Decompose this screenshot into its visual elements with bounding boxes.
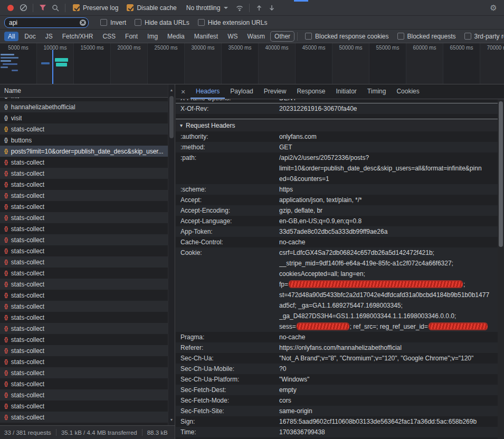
third-party-requests-checkbox[interactable]: 3rd-party requests — [464, 33, 504, 40]
request-row[interactable]: {}stats-collect — [0, 268, 168, 279]
request-row[interactable]: {}stats-collect — [0, 400, 168, 412]
filter-pill-doc[interactable]: Doc — [21, 32, 39, 41]
tab-timing[interactable]: Timing — [362, 84, 392, 99]
header-value-line: fp=; — [279, 279, 498, 290]
waterfall-bar — [3, 63, 17, 65]
tab-payload[interactable]: Payload — [225, 84, 258, 99]
tab-initiator[interactable]: Initiator — [330, 84, 362, 99]
request-row[interactable]: {}stats-collect — [0, 201, 168, 212]
request-row[interactable]: {}stats-collect — [0, 323, 168, 334]
request-row[interactable]: {}stats-collect — [0, 256, 168, 268]
request-row[interactable]: {}stats-collect — [0, 168, 168, 179]
request-headers-section[interactable]: ▾Request Headers — [176, 119, 498, 131]
scroll-up-icon[interactable]: ▲ — [168, 88, 175, 92]
filter-pill-other[interactable]: Other — [271, 32, 294, 41]
header-value-line: same-origin — [279, 406, 498, 416]
invert-checkbox[interactable]: Invert — [100, 19, 126, 26]
throttling-value: No throttling — [186, 4, 221, 12]
tab-cookies[interactable]: Cookies — [391, 84, 424, 99]
blocked-response-cookies-checkbox[interactable]: Blocked response cookies — [305, 33, 388, 40]
request-row[interactable]: {}stats-collect — [0, 345, 168, 356]
tab-headers[interactable]: Headers — [191, 84, 225, 99]
name-column-label: Name — [4, 87, 21, 94]
filter-pill-all[interactable]: All — [4, 32, 18, 41]
request-row[interactable]: {}visit — [0, 112, 168, 123]
hide-extension-urls-checkbox[interactable]: Hide extension URLs — [198, 19, 268, 26]
clear-network-log-button[interactable] — [17, 2, 30, 14]
request-name: stats-collect — [11, 392, 44, 399]
filter-pill-fetch-xhr[interactable]: Fetch/XHR — [59, 32, 97, 41]
request-row[interactable]: {}stats-collect — [0, 179, 168, 190]
request-row[interactable]: {}stats-collect — [0, 312, 168, 323]
scroll-down-icon[interactable]: ▼ — [168, 418, 175, 422]
settings-button[interactable]: ⚙ — [487, 2, 500, 14]
filter-pill-css[interactable]: CSS — [99, 32, 119, 41]
name-column-header[interactable]: Name — [0, 84, 175, 98]
filter-pill-ws[interactable]: WS — [224, 32, 241, 41]
request-row[interactable]: {}stats-collect — [0, 367, 168, 378]
request-row[interactable]: {}buttons — [0, 135, 168, 146]
header-value-text: sess= — [279, 323, 296, 330]
request-row[interactable]: {}stats-collect — [0, 301, 168, 312]
filter-button[interactable] — [36, 2, 49, 14]
import-har-button[interactable] — [253, 2, 265, 14]
request-row[interactable]: {}hannahelizabethofficial — [0, 101, 168, 112]
hide-data-urls-checkbox[interactable]: Hide data URLs — [135, 19, 189, 26]
upload-arrow-icon — [255, 4, 263, 12]
header-row: :path:/api2/v2/users/20572336/posts?limi… — [176, 152, 498, 184]
network-conditions-button[interactable] — [233, 2, 246, 14]
filter-input[interactable] — [4, 17, 89, 28]
disable-cache-checkbox[interactable]: Disable cache — [127, 4, 176, 12]
request-row[interactable]: {}stats-collect — [0, 356, 168, 367]
tab-preview[interactable]: Preview — [259, 84, 292, 99]
request-row[interactable]: {}stats-collect — [0, 412, 168, 423]
chevron-down-icon — [224, 7, 228, 9]
filter-pill-wasm[interactable]: Wasm — [244, 32, 269, 41]
scrollbar-thumb[interactable] — [499, 101, 503, 247]
header-value-line: en-GB,en-US;q=0.9,en;q=0.8 — [279, 216, 498, 226]
request-row[interactable]: {}stats-collect — [0, 334, 168, 345]
request-list: {}init{}hannahelizabethofficial{}visit{}… — [0, 98, 168, 425]
request-row[interactable]: {}init — [0, 98, 168, 101]
request-name: stats-collect — [11, 270, 44, 277]
request-row[interactable]: {}stats-collect — [0, 223, 168, 234]
filter-pill-media[interactable]: Media — [164, 32, 188, 41]
record-button[interactable] — [4, 2, 17, 14]
script-icon: {} — [4, 392, 7, 398]
request-row[interactable]: {}stats-collect — [0, 234, 168, 245]
search-button[interactable] — [49, 2, 62, 14]
header-row: Cache-Control:no-cache — [176, 237, 498, 247]
filter-pill-img[interactable]: Img — [144, 32, 161, 41]
request-row[interactable]: {}stats-collect — [0, 378, 168, 389]
header-value: ?0 — [279, 364, 498, 374]
detail-scrollbar[interactable] — [498, 99, 504, 439]
tab-response[interactable]: Response — [291, 84, 330, 99]
request-row[interactable]: {}stats-collect — [0, 212, 168, 223]
request-name: buttons — [11, 137, 32, 144]
request-row[interactable]: {}stats-collect — [0, 190, 168, 201]
filter-pill-manifest[interactable]: Manifest — [191, 32, 222, 41]
filter-pill-font[interactable]: Font — [121, 32, 141, 41]
request-row[interactable]: {}stats-collect — [0, 389, 168, 400]
scrollbar-thumb[interactable] — [169, 96, 174, 138]
timeline-label: 45000 ms — [296, 45, 332, 51]
filter-pill-js[interactable]: JS — [42, 32, 56, 41]
throttling-dropdown[interactable]: No throttling — [186, 4, 229, 12]
preserve-log-checkbox[interactable]: Preserve log — [73, 4, 118, 12]
request-row[interactable]: {}stats-collect — [0, 290, 168, 301]
script-icon: {} — [4, 237, 7, 243]
request-row[interactable]: {}posts?limit=10&order=publish_date_desc… — [0, 146, 168, 157]
request-name: stats-collect — [11, 369, 44, 377]
request-list-scrollbar[interactable]: ▲ ▼ — [168, 84, 175, 425]
header-name: Sec-Ch-Ua-Mobile: — [176, 364, 279, 374]
close-detail-button[interactable]: × — [176, 88, 191, 96]
clear-filter-icon[interactable] — [80, 20, 86, 26]
export-har-button[interactable] — [265, 2, 278, 14]
request-row[interactable]: {}stats-collect — [0, 279, 168, 290]
request-row[interactable]: {}stats-collect — [0, 123, 168, 135]
network-overview[interactable]: 5000 ms10000 ms15000 ms20000 ms25000 ms3… — [0, 43, 504, 84]
checkbox-checked-icon — [73, 4, 80, 11]
request-row[interactable]: {}stats-collect — [0, 245, 168, 256]
blocked-requests-checkbox[interactable]: Blocked requests — [397, 33, 456, 40]
request-row[interactable]: {}stats-collect — [0, 157, 168, 168]
